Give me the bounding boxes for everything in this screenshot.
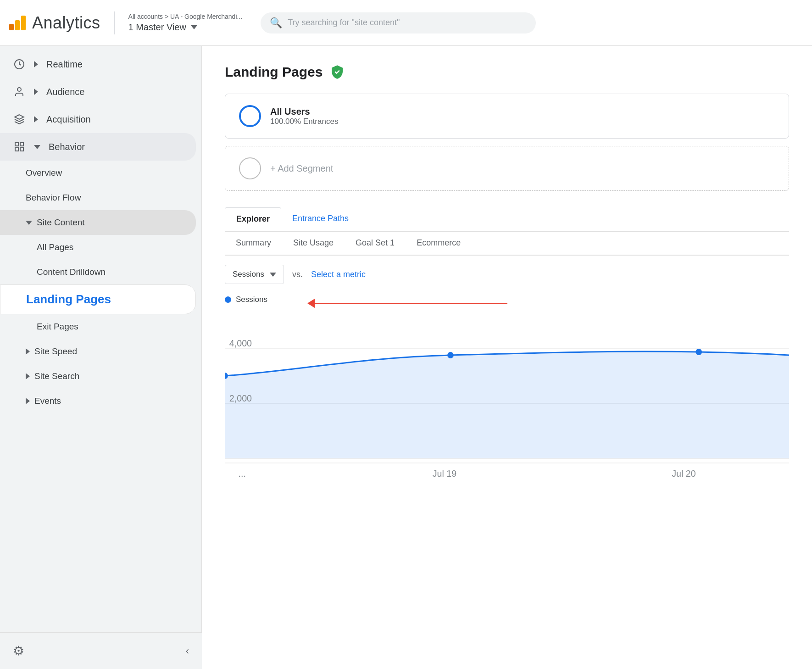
person-icon	[13, 86, 26, 97]
subtab-site-usage[interactable]: Site Usage	[282, 232, 345, 256]
tabs-row-secondary: Summary Site Usage Goal Set 1 Ecommerce	[225, 232, 789, 256]
sidebar-item-exit-pages[interactable]: Exit Pages	[0, 314, 196, 339]
metric-row: Sessions vs. Select a metric	[225, 265, 789, 284]
sidebar-label-events: Events	[34, 396, 61, 406]
header-divider	[114, 11, 115, 34]
segment-subtitle: 100.00% Entrances	[270, 117, 338, 126]
sidebar-label-site-search: Site Search	[34, 371, 79, 381]
chart-area: Sessions	[225, 295, 789, 486]
sidebar-item-acquisition[interactable]: Acquisition	[0, 106, 196, 133]
tabs-primary: Explorer Entrance Paths Summary Site Usa…	[225, 207, 789, 256]
collapse-sidebar-icon[interactable]: ‹	[186, 645, 189, 657]
x-label-jul20: Jul 20	[672, 468, 695, 479]
sidebar-label-behavior-flow: Behavior Flow	[26, 193, 81, 203]
sidebar-label-overview: Overview	[26, 168, 62, 178]
legend-dot-sessions	[225, 296, 231, 303]
select-metric-link[interactable]: Select a metric	[311, 270, 366, 279]
logo-bar-tall	[21, 16, 26, 30]
page-title: Landing Pages	[225, 64, 323, 80]
tab-entrance-paths[interactable]: Entrance Paths	[281, 207, 360, 232]
sidebar-label-audience: Audience	[46, 87, 84, 97]
breadcrumb: All accounts > UA - Google Merchandi...	[128, 13, 243, 20]
legend-label-sessions: Sessions	[236, 295, 267, 304]
vs-label: vs.	[292, 270, 303, 279]
chart-svg-container: 4,000 2,000 ... Jul 19 Jul 20	[225, 312, 789, 486]
sidebar-bottom-bar: ⚙ ‹	[0, 632, 202, 669]
annotation-arrow	[307, 299, 507, 308]
sidebar-label-all-pages: All Pages	[37, 242, 73, 252]
sidebar-item-events[interactable]: Events	[0, 389, 196, 413]
svg-rect-5	[20, 148, 23, 151]
clock-icon	[13, 59, 26, 70]
segment-circle-filled	[239, 105, 261, 127]
tab-explorer[interactable]: Explorer	[225, 207, 281, 232]
sidebar-label-realtime: Realtime	[46, 59, 83, 70]
add-segment-box[interactable]: + Add Segment	[225, 146, 789, 191]
sidebar-item-landing-pages[interactable]: Landing Pages	[0, 284, 196, 314]
expand-arrow-behavior	[34, 145, 40, 149]
sidebar-item-audience[interactable]: Audience	[0, 78, 196, 106]
sessions-chart-svg: 4,000 2,000 ... Jul 19 Jul 20	[225, 312, 789, 486]
logo-bar-small	[9, 24, 14, 30]
main-content: Landing Pages All Users 100.00% Entrance…	[202, 46, 812, 669]
sidebar-item-content-drilldown[interactable]: Content Drilldown	[0, 260, 196, 284]
sidebar-item-site-speed[interactable]: Site Speed	[0, 339, 196, 364]
expand-arrow-realtime	[34, 61, 38, 67]
sidebar-label-content-drilldown: Content Drilldown	[37, 267, 106, 277]
expand-arrow-events	[26, 398, 30, 404]
y-label-4000: 4,000	[229, 338, 252, 348]
sidebar-label-landing-pages: Landing Pages	[26, 292, 111, 307]
arrow-line	[315, 303, 507, 304]
tabs-row-primary: Explorer Entrance Paths	[225, 207, 789, 232]
view-selector[interactable]: 1 Master View	[128, 22, 243, 33]
view-selector-label: 1 Master View	[128, 22, 186, 33]
sidebar-item-behavior[interactable]: Behavior	[0, 133, 196, 161]
search-placeholder: Try searching for "site content"	[288, 18, 400, 28]
acquisition-icon	[13, 114, 26, 125]
expand-arrow-site-speed	[26, 348, 30, 355]
svg-rect-3	[20, 143, 23, 146]
subtab-summary[interactable]: Summary	[225, 232, 282, 256]
data-point-jul19	[447, 352, 454, 358]
add-segment-label: + Add Segment	[270, 163, 333, 174]
behavior-icon	[13, 141, 26, 152]
sidebar: Realtime Audience Acquisition	[0, 46, 202, 669]
dropdown-chevron-icon	[270, 273, 276, 277]
data-point-jul20	[695, 349, 702, 355]
verified-badge	[330, 65, 345, 79]
subtab-ecommerce[interactable]: Ecommerce	[406, 232, 472, 256]
sidebar-item-site-search[interactable]: Site Search	[0, 364, 196, 389]
sessions-dropdown-label: Sessions	[233, 270, 264, 279]
segment-info: All Users 100.00% Entrances	[270, 106, 338, 126]
sessions-dropdown[interactable]: Sessions	[225, 265, 284, 284]
subtab-goal-set-1[interactable]: Goal Set 1	[345, 232, 406, 256]
x-label-dots: ...	[239, 468, 246, 479]
search-bar[interactable]: 🔍 Try searching for "site content"	[261, 12, 536, 33]
segment-name: All Users	[270, 106, 338, 117]
segment-circle-empty	[239, 157, 261, 179]
y-label-2000: 2,000	[229, 393, 252, 403]
all-users-segment[interactable]: All Users 100.00% Entrances	[225, 94, 789, 139]
main-layout: Realtime Audience Acquisition	[0, 46, 812, 669]
sidebar-item-overview[interactable]: Overview	[0, 161, 196, 185]
sidebar-item-realtime[interactable]: Realtime	[0, 50, 196, 78]
app-title: Analytics	[32, 13, 100, 33]
sidebar-label-site-content: Site Content	[37, 217, 85, 228]
expand-arrow-audience	[34, 89, 38, 95]
analytics-logo-icon	[9, 16, 26, 30]
sidebar-item-site-content[interactable]: Site Content	[0, 210, 196, 235]
logo-bar-mid	[15, 20, 20, 30]
settings-gear-icon[interactable]: ⚙	[13, 643, 24, 658]
expand-arrow-site-search	[26, 373, 30, 379]
sidebar-label-site-speed: Site Speed	[34, 346, 77, 357]
svg-point-1	[17, 88, 21, 91]
x-label-jul19: Jul 19	[433, 468, 456, 479]
chevron-down-icon	[191, 25, 197, 29]
search-icon: 🔍	[270, 17, 282, 29]
sidebar-item-behavior-flow[interactable]: Behavior Flow	[0, 185, 196, 210]
page-header: Landing Pages	[225, 64, 789, 80]
sidebar-item-all-pages[interactable]: All Pages	[0, 235, 196, 260]
expand-arrow-acquisition	[34, 116, 38, 123]
sidebar-label-acquisition: Acquisition	[46, 114, 91, 125]
logo-area: Analytics	[9, 13, 100, 33]
